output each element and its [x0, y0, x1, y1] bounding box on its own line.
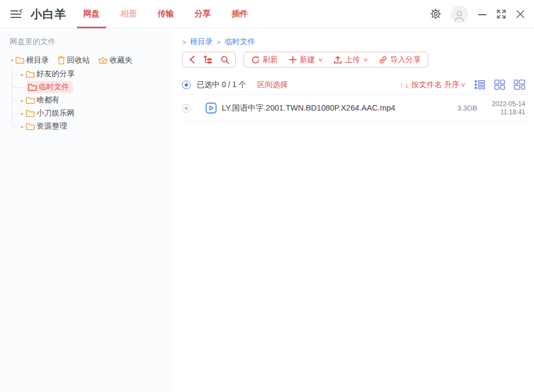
tab-album[interactable]: 相册 [110, 0, 147, 28]
sidebar-item-label: 资源整理 [37, 121, 67, 131]
view-grid-icon[interactable] [494, 79, 505, 90]
chevron-down-icon: ∨ [363, 56, 368, 63]
caret-right-icon[interactable]: ▸ [19, 124, 26, 130]
caret-down-icon[interactable]: ▾ [9, 57, 15, 63]
sidebar-item-label: 好友的分享 [37, 69, 75, 79]
app-title: 小白羊 [31, 7, 66, 22]
sidebar-item-label: 根目录 [26, 56, 49, 65]
select-all-radio[interactable] [182, 81, 191, 89]
nav-tabs: 网盘 相册 传输 分享 插件 [73, 0, 258, 28]
tab-transfer[interactable]: 传输 [147, 0, 184, 28]
sidebar-item-friends-share[interactable]: 好友的分享 [26, 69, 75, 79]
new-label: 新建 [300, 55, 315, 65]
file-time: 11:18:41 [486, 108, 525, 117]
file-select-radio[interactable] [182, 104, 191, 113]
caret-right-icon[interactable]: ▸ [19, 111, 26, 117]
folder-icon [26, 109, 35, 118]
toolbar-nav-group [182, 52, 236, 68]
breadcrumb-root[interactable]: 根目录 [190, 37, 213, 47]
tree-item-temp-files: 临时文件 [12, 81, 171, 94]
new-button[interactable]: 新建 ∨ [289, 55, 323, 65]
sidebar-item-label: 啥都有 [37, 95, 59, 105]
plus-icon [289, 56, 297, 64]
file-size: 3.3GB [457, 104, 477, 112]
caret-right-icon[interactable]: ▸ [19, 97, 26, 103]
folder-icon [15, 56, 25, 64]
main-panel: > 根目录 > 临时文件 [172, 29, 534, 392]
sidebar-item-resources[interactable]: 资源整理 [26, 121, 67, 131]
sidebar: 网盘里的文件 ▾ 根目录 回收站 [0, 29, 172, 392]
refresh-label: 刷新 [263, 55, 278, 65]
import-share-button[interactable]: 导入分享 [379, 55, 421, 65]
selected-count-text: 已选中 0 / 1 个 [197, 80, 246, 90]
folder-icon [26, 70, 35, 78]
sidebar-item-root[interactable]: 根目录 [15, 56, 49, 65]
folder-icon [26, 122, 35, 131]
menu-fold-icon[interactable] [9, 8, 23, 20]
sidebar-item-xiaodao[interactable]: 小刀娱乐网 [26, 108, 75, 118]
user-avatar[interactable] [451, 5, 468, 23]
sidebar-item-recycle-bin[interactable]: 回收站 [57, 56, 90, 65]
sort-control[interactable]: ↑ ↓ 按文件名 升序 ∨ [400, 80, 465, 90]
sidebar-item-everything[interactable]: 啥都有 [26, 95, 59, 105]
import-share-label: 导入分享 [390, 55, 421, 65]
sidebar-item-temp-files[interactable]: 临时文件 [27, 81, 73, 93]
maximize-icon[interactable] [496, 9, 506, 19]
tree-item-xiaodao: ▸ 小刀娱乐网 [12, 107, 171, 120]
tree-item-resources: ▸ 资源整理 [12, 120, 171, 133]
tab-share[interactable]: 分享 [184, 0, 221, 28]
minimize-icon[interactable] [477, 9, 487, 19]
caret-right-icon[interactable]: ▸ [19, 71, 26, 77]
close-icon[interactable] [515, 9, 525, 19]
sidebar-item-favorites[interactable]: 收藏夹 [98, 56, 132, 65]
folder-icon [26, 96, 35, 105]
link-icon [379, 56, 387, 64]
sidebar-item-label: 临时文件 [39, 82, 69, 92]
range-select-button[interactable]: 区间选择 [257, 80, 288, 90]
tree-item-everything: ▸ 啥都有 [12, 94, 171, 107]
video-file-icon [205, 102, 217, 114]
selection-bar: 已选中 0 / 1 个 区间选择 ↑ ↓ 按文件名 升序 ∨ [182, 75, 525, 95]
breadcrumb-separator: > [217, 38, 221, 46]
view-list-icon[interactable] [474, 79, 486, 90]
sidebar-item-label: 小刀娱乐网 [37, 108, 75, 118]
sidebar-item-label: 收藏夹 [110, 56, 132, 65]
file-row[interactable]: LY.国语中字.2001.TWN.BD1080P.X264.AAC.mp4 3.… [182, 95, 525, 122]
file-name[interactable]: LY.国语中字.2001.TWN.BD1080P.X264.AAC.mp4 [222, 103, 457, 113]
crown-icon [98, 56, 108, 65]
sidebar-header: 网盘里的文件 [0, 29, 171, 53]
chevron-down-icon: ∨ [318, 56, 323, 63]
view-big-grid-icon[interactable] [514, 79, 525, 90]
tab-netdisk[interactable]: 网盘 [73, 0, 110, 28]
selection-bar-right: ↑ ↓ 按文件名 升序 ∨ [400, 79, 525, 90]
upload-label: 上传 [345, 55, 360, 65]
sidebar-item-label: 回收站 [67, 56, 90, 65]
tree-children: ▸ 好友的分享 临时文件 [12, 68, 171, 133]
sort-asc-arrow-icon: ↑ [400, 81, 404, 89]
sort-desc-arrow-icon: ↓ [405, 81, 409, 89]
chevron-down-icon: ∨ [460, 81, 466, 88]
file-date: 2022-05-14 [486, 100, 525, 108]
tree-root-row: ▾ 根目录 回收站 [0, 53, 171, 67]
upload-icon [333, 56, 342, 64]
toolbar-action-group: 刷新 新建 ∨ 上传 [244, 52, 428, 68]
trash-icon [57, 56, 65, 65]
refresh-button[interactable]: 刷新 [251, 55, 278, 65]
file-datetime: 2022-05-14 11:18:41 [486, 100, 525, 117]
folder-tree: ▾ 根目录 回收站 [0, 53, 171, 133]
tree-item-friends-share: ▸ 好友的分享 [12, 68, 171, 81]
titlebar: 小白羊 网盘 相册 传输 分享 插件 [0, 0, 534, 28]
settings-gear-icon[interactable] [430, 8, 441, 20]
refresh-icon [251, 56, 260, 64]
toolbar: 刷新 新建 ∨ 上传 [182, 52, 525, 68]
titlebar-controls [430, 5, 525, 23]
tree-view-icon[interactable] [203, 55, 213, 64]
upload-button[interactable]: 上传 ∨ [333, 55, 368, 65]
app-window: 小白羊 网盘 相册 传输 分享 插件 [0, 0, 534, 392]
search-icon[interactable] [221, 56, 229, 64]
breadcrumb-separator: > [182, 38, 186, 46]
tab-plugins[interactable]: 插件 [221, 0, 258, 28]
sort-label: 按文件名 升序 [411, 80, 459, 90]
breadcrumb-current[interactable]: 临时文件 [224, 37, 255, 47]
back-icon[interactable] [189, 56, 195, 64]
